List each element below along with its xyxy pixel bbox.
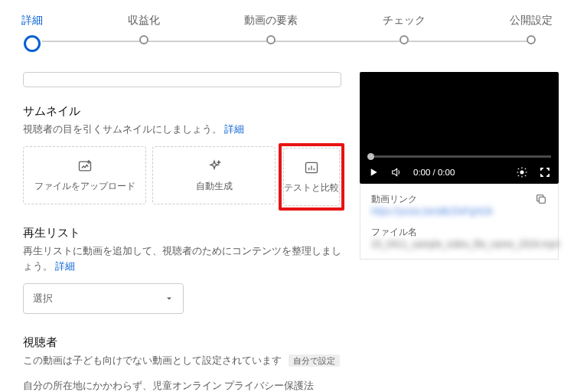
step-monetization[interactable]: 収益化 bbox=[128, 14, 160, 52]
thumbnail-sub: 視聴者の目を引くサムネイルにしましょう。 詳細 bbox=[23, 122, 341, 137]
video-meta: 動画リンク https://youtu.be/aBcDeFgHiJk ファイル名… bbox=[360, 184, 559, 260]
player-controls: 0:00 / 0:00 bbox=[360, 161, 559, 184]
time-display: 0:00 / 0:00 bbox=[413, 168, 455, 177]
step-label: 詳細 bbox=[21, 14, 43, 28]
fullscreen-icon[interactable] bbox=[539, 166, 551, 178]
highlight-box: テストと比較 bbox=[279, 143, 344, 211]
audience-heading: 視聴者 bbox=[23, 335, 341, 350]
step-dot-active-icon bbox=[24, 35, 41, 52]
video-preview[interactable]: 0:00 / 0:00 bbox=[360, 72, 559, 184]
chevron-down-icon bbox=[165, 294, 174, 303]
playlist-select-label: 選択 bbox=[33, 292, 53, 305]
step-details[interactable]: 詳細 bbox=[21, 14, 43, 52]
thumbnail-autogen-label: 自動生成 bbox=[196, 180, 233, 193]
volume-icon[interactable] bbox=[390, 166, 403, 178]
thumbnail-learn-more-link[interactable]: 詳細 bbox=[224, 124, 244, 135]
thumbnail-upload-label: ファイルをアップロード bbox=[34, 180, 135, 193]
audience-body: 自分の所在地にかかわらず、児童オンライン プライバシー保護法（COPPA）やその… bbox=[23, 377, 341, 392]
thumbnail-autogen-card[interactable]: 自動生成 bbox=[152, 146, 276, 204]
thumbnail-options: ファイルをアップロード 自動生成 テストと比較 bbox=[23, 146, 341, 207]
copy-icon bbox=[535, 193, 547, 205]
svg-point-3 bbox=[520, 171, 523, 174]
svg-rect-4 bbox=[539, 197, 545, 203]
thumbnail-sub-text: 視聴者の目を引くサムネイルにしましょう。 bbox=[23, 124, 222, 135]
thumbnail-upload-card[interactable]: ファイルをアップロード bbox=[23, 146, 146, 204]
step-label: 収益化 bbox=[128, 14, 160, 28]
playlist-select[interactable]: 選択 bbox=[23, 283, 184, 314]
playlist-heading: 再生リスト bbox=[23, 226, 341, 240]
playlist-learn-more-link[interactable]: 詳細 bbox=[55, 261, 75, 272]
audience-status-badge: 自分で設定 bbox=[289, 354, 340, 367]
step-dot-icon bbox=[400, 35, 409, 44]
step-checks[interactable]: チェック bbox=[383, 14, 426, 52]
copy-link-button[interactable] bbox=[535, 193, 547, 207]
title-input[interactable] bbox=[23, 72, 341, 87]
audience-status-text: この動画は子ども向けでない動画として設定されています bbox=[23, 355, 282, 366]
step-label: チェック bbox=[383, 14, 426, 28]
audience-body-text: 自分の所在地にかかわらず、児童オンライン プライバシー保護法（COPPA）やその… bbox=[23, 381, 334, 392]
sparkle-icon bbox=[207, 158, 222, 174]
step-label: 動画の要素 bbox=[244, 14, 298, 28]
video-link-value[interactable]: https://youtu.be/aBcDeFgHiJk bbox=[371, 206, 493, 217]
step-label: 公開設定 bbox=[510, 14, 553, 28]
playlist-sub: 再生リストに動画を追加して、視聴者のためにコンテンツを整理しましょう。 詳細 bbox=[23, 243, 341, 274]
step-dot-icon bbox=[266, 35, 276, 44]
audience-status: この動画は子ども向けでない動画として設定されています 自分で設定 bbox=[23, 353, 341, 368]
bar-chart-icon bbox=[304, 160, 319, 175]
image-upload-icon bbox=[77, 158, 93, 174]
play-icon[interactable] bbox=[367, 166, 380, 178]
step-visibility[interactable]: 公開設定 bbox=[510, 14, 553, 52]
thumbnail-heading: サムネイル bbox=[23, 104, 341, 119]
step-elements[interactable]: 動画の要素 bbox=[244, 14, 298, 52]
thumbnail-test-card[interactable]: テストと比較 bbox=[283, 148, 340, 206]
video-link-label: 動画リンク bbox=[371, 193, 493, 206]
file-name-label: ファイル名 bbox=[371, 226, 559, 239]
thumbnail-test-label: テストと比較 bbox=[284, 181, 339, 194]
step-dot-icon bbox=[139, 35, 148, 44]
step-dot-icon bbox=[527, 35, 536, 44]
upload-stepper: 詳細 収益化 動画の要素 チェック 公開設定 bbox=[0, 0, 574, 72]
settings-icon[interactable] bbox=[516, 166, 528, 178]
file-name-value: 20_0411_sample_video_file_name_2024.mp4 bbox=[371, 239, 559, 250]
scrubber[interactable] bbox=[367, 155, 551, 158]
